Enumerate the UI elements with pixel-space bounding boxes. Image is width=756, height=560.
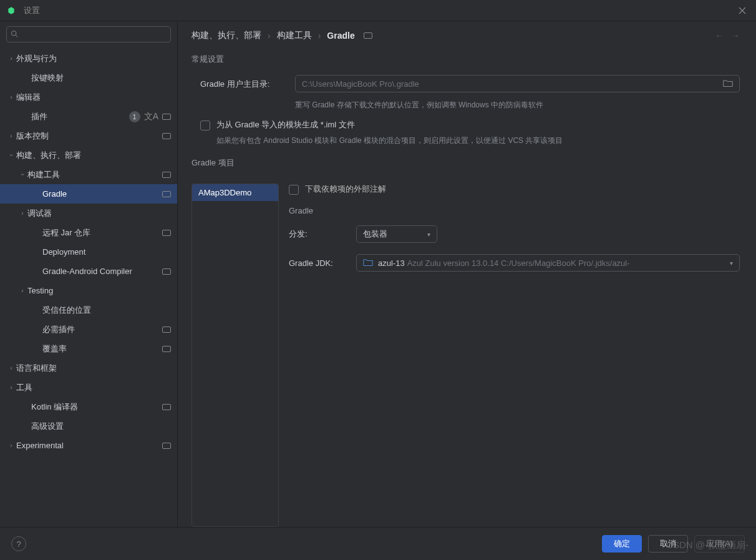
tree-item-label: 高级设置 bbox=[31, 421, 171, 432]
tree-item[interactable]: ›构建、执行、部署 bbox=[0, 145, 177, 165]
tree-item[interactable]: ›外观与行为 bbox=[0, 49, 177, 68]
tree-item[interactable]: 受信任的位置 bbox=[0, 300, 177, 320]
project-scope-icon bbox=[162, 443, 171, 449]
gradle-home-input[interactable]: C:\Users\MagicBooK Pro\.gradle bbox=[295, 75, 740, 92]
chevron-right-icon: › bbox=[268, 31, 271, 41]
tree-item[interactable]: 高级设置 bbox=[0, 416, 177, 436]
tree-item[interactable]: Gradle-Android Compiler bbox=[0, 262, 177, 281]
titlebar: 设置 bbox=[0, 0, 756, 21]
tree-item[interactable]: ›工具 bbox=[0, 378, 177, 397]
tree-item[interactable]: ›语言和框架 bbox=[0, 358, 177, 378]
tree-item[interactable]: Gradle bbox=[0, 184, 177, 204]
tree-item-label: 调试器 bbox=[27, 208, 171, 219]
project-scope-icon bbox=[162, 191, 171, 197]
tree-item[interactable]: 远程 Jar 仓库 bbox=[0, 223, 177, 242]
download-annotations-label: 下载依赖项的外部注解 bbox=[305, 184, 386, 195]
gradle-home-value: C:\Users\MagicBooK Pro\.gradle bbox=[302, 79, 419, 89]
settings-tree: ›外观与行为按键映射›编辑器插件1文A›版本控制›构建、执行、部署›构建工具Gr… bbox=[0, 46, 177, 527]
tree-item-label: 编辑器 bbox=[16, 92, 171, 103]
jdk-value: azul-13Azul Zulu version 13.0.14 C:/User… bbox=[378, 258, 725, 268]
project-scope-icon bbox=[162, 346, 171, 352]
tree-item-label: Experimental bbox=[16, 441, 162, 450]
project-scope-icon bbox=[162, 327, 171, 333]
breadcrumb-item[interactable]: 构建工具 bbox=[277, 30, 312, 41]
chevron-icon: › bbox=[6, 55, 16, 62]
help-button[interactable]: ? bbox=[11, 536, 26, 551]
window-title: 设置 bbox=[24, 5, 40, 16]
tree-item[interactable]: 按键映射 bbox=[0, 68, 177, 87]
breadcrumb: 构建、执行、部署 › 构建工具 › Gradle ← → bbox=[191, 30, 740, 41]
tree-item[interactable]: ›版本控制 bbox=[0, 126, 177, 145]
chevron-icon: › bbox=[8, 150, 15, 160]
gradle-home-label: Gradle 用户主目录: bbox=[200, 75, 295, 90]
gradle-projects-list[interactable]: AMap3DDemo bbox=[191, 184, 279, 527]
distribution-dropdown[interactable]: 包装器 ▾ bbox=[356, 225, 437, 243]
tree-item[interactable]: 覆盖率 bbox=[0, 339, 177, 358]
breadcrumb-current: Gradle bbox=[327, 31, 354, 41]
project-scope-icon bbox=[162, 172, 171, 178]
jdk-dropdown[interactable]: azul-13Azul Zulu version 13.0.14 C:/User… bbox=[356, 254, 740, 272]
chevron-icon: › bbox=[19, 170, 26, 180]
forward-icon[interactable]: → bbox=[731, 31, 740, 41]
generate-iml-hint: 如果您有包含 Android Studio 模块和 Gradle 模块的混合项目… bbox=[216, 135, 740, 146]
tree-item[interactable]: ›构建工具 bbox=[0, 165, 177, 184]
project-scope-icon bbox=[162, 268, 171, 275]
close-icon[interactable] bbox=[735, 3, 750, 18]
tree-item[interactable]: ›Testing bbox=[0, 281, 177, 300]
tree-item-label: 受信任的位置 bbox=[42, 305, 171, 316]
chevron-down-icon: ▾ bbox=[427, 231, 430, 238]
tree-item[interactable]: ›Experimental bbox=[0, 436, 177, 455]
generate-iml-checkbox[interactable] bbox=[200, 120, 210, 130]
badge: 1 bbox=[129, 111, 140, 122]
android-studio-icon bbox=[6, 6, 16, 16]
folder-icon[interactable] bbox=[723, 79, 733, 89]
project-scope-icon bbox=[162, 114, 171, 120]
jdk-icon bbox=[363, 258, 373, 268]
tree-item-label: 语言和框架 bbox=[16, 363, 171, 374]
svg-line-1 bbox=[16, 35, 17, 37]
tree-item[interactable]: ›编辑器 bbox=[0, 87, 177, 107]
project-scope-icon bbox=[364, 32, 372, 39]
chevron-icon: › bbox=[6, 132, 16, 139]
tree-item-label: 必需插件 bbox=[42, 324, 162, 335]
tree-item[interactable]: 插件1文A bbox=[0, 107, 177, 126]
apply-button[interactable]: 应用(A) bbox=[694, 535, 745, 553]
chevron-icon: › bbox=[6, 442, 16, 449]
dialog-footer: ? 确定 取消 应用(A) bbox=[0, 527, 756, 560]
back-icon[interactable]: ← bbox=[715, 31, 724, 41]
tree-item[interactable]: Deployment bbox=[0, 242, 177, 262]
tree-item-label: 外观与行为 bbox=[16, 53, 171, 64]
tree-item-label: 工具 bbox=[16, 382, 171, 393]
tree-item-label: 远程 Jar 仓库 bbox=[42, 227, 162, 238]
gradle-subsection: Gradle bbox=[289, 206, 740, 215]
tree-item-label: 覆盖率 bbox=[42, 343, 162, 355]
language-icon: 文A bbox=[144, 111, 158, 122]
tree-item[interactable]: 必需插件 bbox=[0, 320, 177, 339]
chevron-icon: › bbox=[6, 365, 16, 371]
tree-item-label: 构建、执行、部署 bbox=[16, 150, 171, 161]
chevron-icon: › bbox=[6, 384, 16, 391]
project-scope-icon bbox=[162, 404, 171, 410]
chevron-icon: › bbox=[6, 94, 16, 101]
search-input[interactable] bbox=[6, 26, 171, 42]
svg-point-0 bbox=[12, 31, 17, 36]
tree-item-label: Testing bbox=[27, 286, 171, 295]
settings-sidebar: ›外观与行为按键映射›编辑器插件1文A›版本控制›构建、执行、部署›构建工具Gr… bbox=[0, 21, 178, 527]
section-projects-title: Gradle 项目 bbox=[191, 157, 740, 169]
project-scope-icon bbox=[162, 230, 171, 236]
breadcrumb-item[interactable]: 构建、执行、部署 bbox=[191, 30, 261, 41]
search-field[interactable] bbox=[21, 30, 167, 39]
tree-item[interactable]: ›调试器 bbox=[0, 204, 177, 223]
cancel-button[interactable]: 取消 bbox=[648, 535, 688, 553]
generate-iml-label: 为从 Gradle 导入的模块生成 *.iml 文件 bbox=[216, 119, 355, 130]
tree-item[interactable]: Kotlin 编译器 bbox=[0, 397, 177, 416]
section-general-title: 常规设置 bbox=[191, 54, 740, 65]
project-list-item[interactable]: AMap3DDemo bbox=[192, 184, 278, 201]
gradle-home-hint: 重写 Gradle 存储下载文件的默认位置，例如调整 Windows 中的防病毒… bbox=[295, 100, 740, 111]
jdk-label: Gradle JDK: bbox=[289, 258, 356, 268]
chevron-down-icon: ▾ bbox=[730, 260, 733, 267]
ok-button[interactable]: 确定 bbox=[602, 535, 642, 553]
tree-item-label: Kotlin 编译器 bbox=[31, 401, 162, 413]
settings-content: 构建、执行、部署 › 构建工具 › Gradle ← → 常规设置 Gradle… bbox=[178, 21, 756, 527]
download-annotations-checkbox[interactable] bbox=[289, 185, 299, 195]
